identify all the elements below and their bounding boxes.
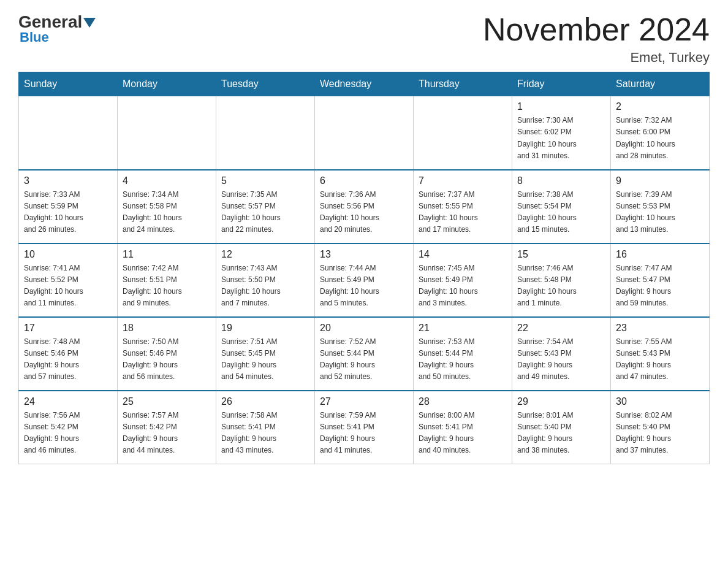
day-info: Sunrise: 7:42 AM Sunset: 5:51 PM Dayligh… [123,262,211,310]
day-header-thursday: Thursday [414,72,512,96]
day-info: Sunrise: 7:50 AM Sunset: 5:46 PM Dayligh… [123,336,211,383]
calendar-cell: 1Sunrise: 7:30 AM Sunset: 6:02 PM Daylig… [512,96,611,170]
day-info: Sunrise: 8:02 AM Sunset: 5:40 PM Dayligh… [616,410,704,457]
calendar-week-4: 17Sunrise: 7:48 AM Sunset: 5:46 PM Dayli… [19,317,710,391]
day-info: Sunrise: 7:47 AM Sunset: 5:47 PM Dayligh… [616,262,704,310]
calendar-cell: 3Sunrise: 7:33 AM Sunset: 5:59 PM Daylig… [19,170,118,243]
day-info: Sunrise: 7:35 AM Sunset: 5:57 PM Dayligh… [221,189,309,236]
calendar-cell: 16Sunrise: 7:47 AM Sunset: 5:47 PM Dayli… [611,243,710,317]
calendar-cell: 21Sunrise: 7:53 AM Sunset: 5:44 PM Dayli… [414,317,512,391]
day-number: 5 [221,175,309,186]
calendar-cell [315,96,414,170]
day-header-sunday: Sunday [19,72,118,96]
calendar-cell: 7Sunrise: 7:37 AM Sunset: 5:55 PM Daylig… [414,170,512,243]
location-text: Emet, Turkey [483,50,710,66]
day-info: Sunrise: 8:00 AM Sunset: 5:41 PM Dayligh… [419,410,507,457]
calendar-cell: 10Sunrise: 7:41 AM Sunset: 5:52 PM Dayli… [19,243,118,317]
day-info: Sunrise: 7:41 AM Sunset: 5:52 PM Dayligh… [24,262,112,310]
calendar-cell: 18Sunrise: 7:50 AM Sunset: 5:46 PM Dayli… [118,317,216,391]
day-number: 7 [419,175,507,186]
logo: General Blue [18,12,96,45]
day-info: Sunrise: 7:45 AM Sunset: 5:49 PM Dayligh… [419,262,507,310]
day-info: Sunrise: 7:44 AM Sunset: 5:49 PM Dayligh… [320,262,408,310]
calendar-cell [19,96,118,170]
day-number: 6 [320,175,408,186]
calendar-cell: 2Sunrise: 7:32 AM Sunset: 6:00 PM Daylig… [611,96,710,170]
day-number: 1 [517,101,605,112]
day-info: Sunrise: 7:37 AM Sunset: 5:55 PM Dayligh… [419,189,507,236]
calendar-cell: 8Sunrise: 7:38 AM Sunset: 5:54 PM Daylig… [512,170,611,243]
calendar-cell: 13Sunrise: 7:44 AM Sunset: 5:49 PM Dayli… [315,243,414,317]
calendar-cell: 28Sunrise: 8:00 AM Sunset: 5:41 PM Dayli… [414,391,512,464]
day-info: Sunrise: 7:57 AM Sunset: 5:42 PM Dayligh… [123,410,211,457]
day-info: Sunrise: 7:38 AM Sunset: 5:54 PM Dayligh… [517,189,605,236]
day-info: Sunrise: 7:33 AM Sunset: 5:59 PM Dayligh… [24,189,112,236]
day-number: 4 [123,175,211,186]
day-number: 22 [517,323,605,334]
day-info: Sunrise: 7:43 AM Sunset: 5:50 PM Dayligh… [221,262,309,310]
calendar-week-3: 10Sunrise: 7:41 AM Sunset: 5:52 PM Dayli… [19,243,710,317]
calendar-cell: 4Sunrise: 7:34 AM Sunset: 5:58 PM Daylig… [118,170,216,243]
day-info: Sunrise: 7:52 AM Sunset: 5:44 PM Dayligh… [320,336,408,383]
day-number: 29 [517,396,605,407]
calendar-cell: 12Sunrise: 7:43 AM Sunset: 5:50 PM Dayli… [216,243,315,317]
calendar-week-1: 1Sunrise: 7:30 AM Sunset: 6:02 PM Daylig… [19,96,710,170]
calendar-cell: 19Sunrise: 7:51 AM Sunset: 5:45 PM Dayli… [216,317,315,391]
month-title: November 2024 [483,12,710,47]
calendar-cell: 25Sunrise: 7:57 AM Sunset: 5:42 PM Dayli… [118,391,216,464]
day-number: 11 [123,249,211,260]
calendar-cell: 6Sunrise: 7:36 AM Sunset: 5:56 PM Daylig… [315,170,414,243]
day-number: 18 [123,323,211,334]
calendar-cell: 9Sunrise: 7:39 AM Sunset: 5:53 PM Daylig… [611,170,710,243]
day-number: 17 [24,323,112,334]
calendar-cell: 14Sunrise: 7:45 AM Sunset: 5:49 PM Dayli… [414,243,512,317]
day-number: 14 [419,249,507,260]
day-info: Sunrise: 7:51 AM Sunset: 5:45 PM Dayligh… [221,336,309,383]
day-info: Sunrise: 7:55 AM Sunset: 5:43 PM Dayligh… [616,336,704,383]
day-header-tuesday: Tuesday [216,72,315,96]
day-number: 23 [616,323,704,334]
day-number: 3 [24,175,112,186]
day-header-wednesday: Wednesday [315,72,414,96]
day-info: Sunrise: 7:32 AM Sunset: 6:00 PM Dayligh… [616,115,704,162]
day-info: Sunrise: 8:01 AM Sunset: 5:40 PM Dayligh… [517,410,605,457]
calendar-cell [118,96,216,170]
day-number: 25 [123,396,211,407]
title-block: November 2024 Emet, Turkey [483,12,710,66]
calendar-cell: 11Sunrise: 7:42 AM Sunset: 5:51 PM Dayli… [118,243,216,317]
day-number: 27 [320,396,408,407]
calendar-cell: 23Sunrise: 7:55 AM Sunset: 5:43 PM Dayli… [611,317,710,391]
day-number: 16 [616,249,704,260]
calendar-cell: 5Sunrise: 7:35 AM Sunset: 5:57 PM Daylig… [216,170,315,243]
day-number: 19 [221,323,309,334]
day-info: Sunrise: 7:34 AM Sunset: 5:58 PM Dayligh… [123,189,211,236]
day-header-monday: Monday [118,72,216,96]
logo-arrow-icon [83,18,96,28]
day-info: Sunrise: 7:58 AM Sunset: 5:41 PM Dayligh… [221,410,309,457]
calendar-cell: 29Sunrise: 8:01 AM Sunset: 5:40 PM Dayli… [512,391,611,464]
day-info: Sunrise: 7:30 AM Sunset: 6:02 PM Dayligh… [517,115,605,162]
day-number: 24 [24,396,112,407]
day-number: 26 [221,396,309,407]
calendar-cell: 17Sunrise: 7:48 AM Sunset: 5:46 PM Dayli… [19,317,118,391]
day-number: 9 [616,175,704,186]
calendar-week-5: 24Sunrise: 7:56 AM Sunset: 5:42 PM Dayli… [19,391,710,464]
logo-blue-text: Blue [20,29,49,45]
day-number: 8 [517,175,605,186]
day-info: Sunrise: 7:59 AM Sunset: 5:41 PM Dayligh… [320,410,408,457]
calendar-cell: 26Sunrise: 7:58 AM Sunset: 5:41 PM Dayli… [216,391,315,464]
day-info: Sunrise: 7:53 AM Sunset: 5:44 PM Dayligh… [419,336,507,383]
calendar-cell [216,96,315,170]
day-number: 12 [221,249,309,260]
calendar-cell: 15Sunrise: 7:46 AM Sunset: 5:48 PM Dayli… [512,243,611,317]
day-info: Sunrise: 7:39 AM Sunset: 5:53 PM Dayligh… [616,189,704,236]
day-number: 30 [616,396,704,407]
day-header-saturday: Saturday [611,72,710,96]
calendar-header-row: SundayMondayTuesdayWednesdayThursdayFrid… [19,72,710,96]
calendar-cell: 24Sunrise: 7:56 AM Sunset: 5:42 PM Dayli… [19,391,118,464]
day-header-friday: Friday [512,72,611,96]
day-info: Sunrise: 7:48 AM Sunset: 5:46 PM Dayligh… [24,336,112,383]
day-number: 15 [517,249,605,260]
day-number: 13 [320,249,408,260]
calendar-table: SundayMondayTuesdayWednesdayThursdayFrid… [18,72,710,464]
